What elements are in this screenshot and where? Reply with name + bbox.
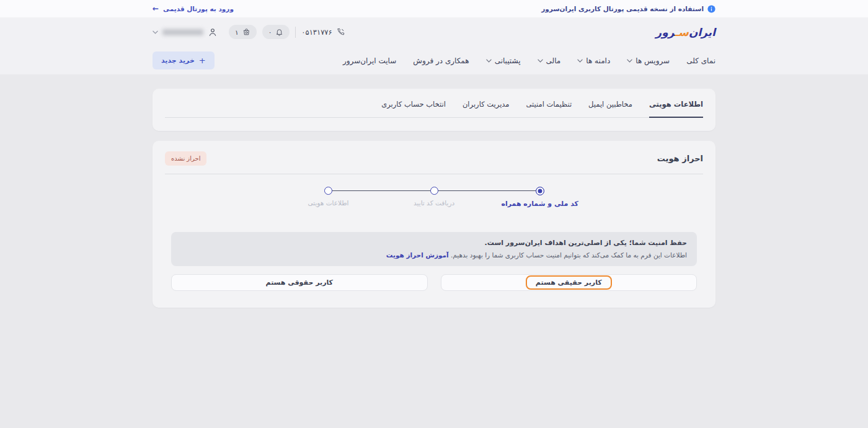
header-row: ایران‌سـرور ۰۵۱۳۱۷۷۶ ۰ (153, 17, 715, 47)
verification-tutorial-link[interactable]: آموزش احراز هویت (386, 251, 449, 259)
shopping-bag-icon (242, 28, 250, 36)
logo-part2: رور (655, 26, 675, 38)
tab-security-settings[interactable]: تنظیمات امنیتی (526, 100, 572, 117)
chevron-down-icon (153, 30, 158, 34)
support-phone: ۰۵۱۳۱۷۷۶ (301, 27, 345, 37)
security-notice-title: حفظ امنیت شما؛ یکی از اصلی‌ترین اهداف ای… (181, 239, 687, 247)
iranserver-logo[interactable]: ایران‌سـرور (655, 26, 715, 38)
tab-account-selection[interactable]: انتخاب حساب کاربری (381, 100, 446, 117)
tab-identity-info[interactable]: اطلاعات هویتی (649, 100, 703, 117)
new-purchase-button[interactable]: + خرید جدید (153, 51, 215, 69)
logo-accent: سـ (675, 26, 689, 38)
legacy-portal-notice: استفاده از نسخه قدیمی پورتال کاربری ایرا… (541, 5, 715, 13)
divider (295, 27, 296, 38)
legal-user-button[interactable]: کاربر حقوقی هستم (171, 274, 428, 291)
chevron-down-icon (486, 59, 492, 63)
account-menu[interactable] (153, 27, 218, 37)
chevron-down-icon (538, 59, 543, 63)
nav-item-services[interactable]: سرویس ها (627, 56, 670, 65)
phone-number: ۰۵۱۳۱۷۷۶ (301, 28, 332, 37)
page-body: اطلاعات هویتی مخاطبین ایمیل تنظیمات امنی… (153, 89, 715, 308)
user-icon (208, 27, 218, 37)
legacy-portal-notice-text: استفاده از نسخه قدیمی پورتال کاربری ایرا… (541, 5, 704, 12)
step-circle-active (536, 187, 544, 195)
highlight-box: کاربر حقیقی هستم (526, 275, 612, 290)
arrow-left-icon: ← (153, 5, 159, 12)
divider (165, 174, 703, 174)
main-nav-row: نمای کلی سرویس ها دامنه ها مالی پشتیبانی (153, 47, 715, 74)
nav-item-overview[interactable]: نمای کلی (686, 56, 715, 65)
nav-item-domains[interactable]: دامنه ها (577, 56, 610, 65)
status-badge: احراز نشده (165, 151, 206, 166)
tab-email-contacts[interactable]: مخاطبین ایمیل (588, 100, 632, 117)
plus-icon: + (199, 56, 206, 65)
cart-count: ۱ (235, 29, 239, 36)
notifications-chip[interactable]: ۰ (262, 25, 290, 39)
logo-part1: ایران‌ (689, 26, 715, 38)
chevron-down-icon (577, 59, 583, 63)
bell-icon (275, 28, 283, 36)
page-title: احراز هویت (657, 154, 703, 163)
header-utilities: ۰۵۱۳۱۷۷۶ ۰ ۱ (153, 25, 345, 39)
user-type-buttons: کاربر حقیقی هستم کاربر حقوقی هستم (171, 274, 697, 291)
chevron-down-icon (627, 59, 632, 63)
step-verification-code: دریافت کد تایید (381, 187, 487, 208)
nav-item-website[interactable]: سایت ایران‌سرور (343, 56, 396, 65)
step-national-id: کد ملی و شماره همراه (487, 187, 593, 208)
legacy-portal-link[interactable]: ورود به پورتال قدیمی ← (153, 5, 234, 12)
new-purchase-label: خرید جدید (161, 56, 195, 65)
tab-user-management[interactable]: مدیریت کاربران (463, 100, 510, 117)
security-notice: حفظ امنیت شما؛ یکی از اصلی‌ترین اهداف ای… (171, 232, 697, 266)
tabs-card: اطلاعات هویتی مخاطبین ایمیل تنظیمات امنی… (153, 89, 715, 131)
legacy-portal-link-label: ورود به پورتال قدیمی (163, 5, 234, 12)
individual-user-button[interactable]: کاربر حقیقی هستم (441, 274, 698, 291)
nav-item-affiliate[interactable]: همکاری در فروش (413, 56, 469, 65)
settings-tabs: اطلاعات هویتی مخاطبین ایمیل تنظیمات امنی… (165, 100, 703, 118)
phone-icon (336, 27, 345, 37)
verification-stepper: کد ملی و شماره همراه دریافت کد تایید اطل… (275, 187, 593, 208)
step-circle (430, 187, 438, 195)
step-circle (324, 187, 332, 195)
main-nav: نمای کلی سرویس ها دامنه ها مالی پشتیبانی (343, 56, 715, 65)
nav-item-billing[interactable]: مالی (538, 56, 561, 65)
nav-item-support[interactable]: پشتیبانی (486, 56, 521, 65)
cart-chip[interactable]: ۱ (229, 25, 257, 39)
verification-card: احراز هویت احراز نشده کد ملی و شماره همر… (153, 141, 715, 308)
step-identity-details: اطلاعات هویتی (275, 187, 381, 208)
info-icon (707, 5, 715, 13)
top-notice-bar: استفاده از نسخه قدیمی پورتال کاربری ایرا… (0, 0, 868, 17)
header-band: ایران‌سـرور ۰۵۱۳۱۷۷۶ ۰ (0, 17, 868, 74)
notification-count: ۰ (268, 29, 272, 36)
user-name-masked (162, 29, 203, 35)
security-notice-body: اطلاعات این فرم به ما کمک می‌کند که بتوا… (181, 251, 687, 259)
verification-header: احراز هویت احراز نشده (165, 151, 703, 166)
